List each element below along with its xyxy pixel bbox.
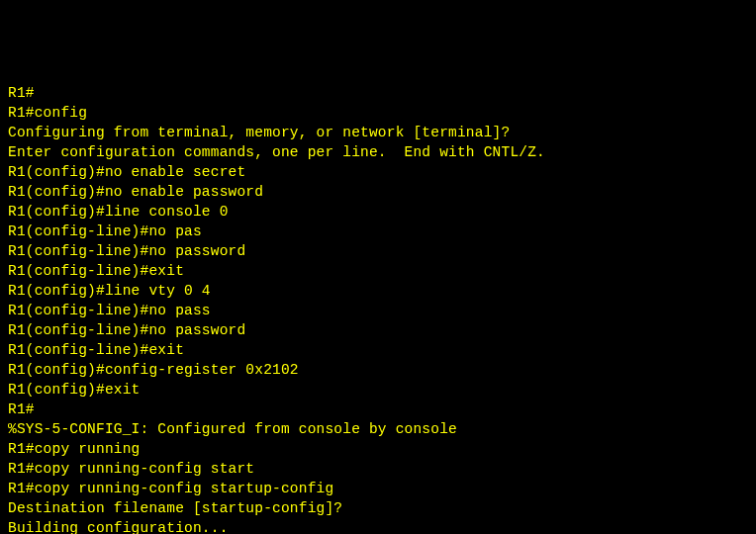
terminal-line: R1(config-line)#no pas	[8, 222, 748, 241]
terminal-line: %SYS-5-CONFIG_I: Configured from console…	[8, 419, 748, 439]
terminal-line: R1#	[8, 400, 748, 419]
terminal-line: R1(config-line)#exit	[8, 261, 748, 281]
terminal-line: R1#config	[8, 103, 748, 123]
terminal-line: R1(config)#config-register 0x2102	[8, 360, 748, 380]
terminal-line: Enter configuration commands, one per li…	[8, 142, 748, 162]
terminal-line: R1(config)#line vty 0 4	[8, 281, 748, 301]
terminal-line: R1(config-line)#no pass	[8, 301, 748, 320]
terminal-line: Configuring from terminal, memory, or ne…	[8, 123, 748, 142]
terminal-output[interactable]: R1#R1#configConfiguring from terminal, m…	[8, 83, 748, 534]
terminal-line: R1(config-line)#exit	[8, 340, 748, 360]
terminal-line: R1(config)#no enable password	[8, 182, 748, 202]
terminal-line: Building configuration...	[8, 518, 748, 534]
terminal-line: R1#copy running-config startup-config	[8, 479, 748, 498]
terminal-line: R1(config-line)#no password	[8, 320, 748, 340]
terminal-line: R1#	[8, 83, 748, 103]
terminal-line: R1(config)#exit	[8, 380, 748, 400]
terminal-line: R1(config-line)#no password	[8, 241, 748, 261]
terminal-line: R1(config)#no enable secret	[8, 162, 748, 182]
terminal-line: R1#copy running-config start	[8, 459, 748, 479]
terminal-line: R1#copy running	[8, 439, 748, 459]
terminal-line: Destination filename [startup-config]?	[8, 498, 748, 518]
terminal-line: R1(config)#line console 0	[8, 202, 748, 222]
